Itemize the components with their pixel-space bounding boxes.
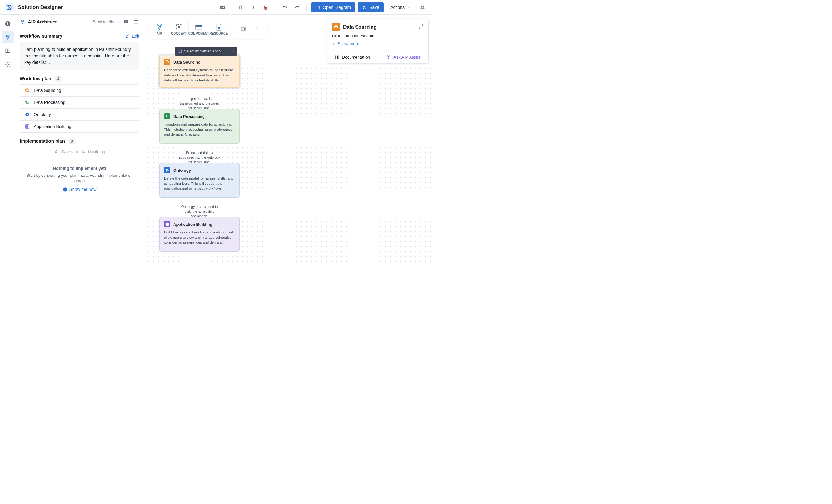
send-feedback-link[interactable]: Send feedback: [93, 20, 120, 24]
app-header: Solution Designer Open Diagram Save Acti…: [0, 0, 432, 15]
node-data-processing[interactable]: Data Processing Transform and prepare da…: [159, 109, 240, 144]
node-body: Build the nurse scheduling application. …: [164, 230, 235, 245]
tool-concept[interactable]: CONCEPT: [170, 21, 189, 37]
divider: [275, 4, 276, 11]
download-icon[interactable]: [249, 2, 259, 12]
show-more-link[interactable]: Show more: [327, 38, 428, 51]
component-icon: [195, 23, 203, 31]
rail-architect-icon[interactable]: [2, 31, 14, 43]
app-logo: [5, 3, 14, 12]
node-ontology[interactable]: Ontology Define the data model for nurse…: [159, 163, 240, 198]
sidebar-title: AIP Architect: [28, 19, 56, 24]
rail-settings-icon[interactable]: [2, 59, 14, 70]
svg-rect-35: [336, 56, 337, 59]
svg-rect-22: [241, 27, 245, 31]
documentation-link[interactable]: Documentation: [327, 51, 378, 63]
comment-icon[interactable]: [217, 2, 227, 12]
trash-icon[interactable]: [261, 2, 271, 12]
svg-point-5: [7, 64, 8, 65]
tool-group-select[interactable]: [236, 21, 251, 37]
svg-point-21: [218, 27, 220, 29]
tool-label: RESOURCE: [209, 32, 228, 35]
feedback-icon[interactable]: [123, 19, 129, 25]
tool-label: AIP: [157, 32, 162, 35]
outline-toggle-icon[interactable]: [132, 19, 139, 25]
node-title: Application Building: [173, 222, 212, 227]
svg-point-8: [127, 21, 127, 22]
toolbox: AIP CONCEPT COMPONENT RESOURCE: [148, 19, 267, 39]
plan-item-data-processing[interactable]: Data Processing: [20, 96, 139, 109]
sidebar-header: AIP Architect Send feedback: [16, 15, 144, 29]
impl-more-button[interactable]: [229, 47, 237, 56]
scaffold-icon: [178, 49, 182, 53]
edit-summary-link[interactable]: Edit: [126, 34, 139, 38]
data-sourcing-icon: [164, 59, 170, 65]
edge-arrow-icon: [198, 161, 201, 163]
resource-icon: [215, 23, 223, 31]
rail-info-icon[interactable]: [2, 18, 14, 30]
documentation-icon: [335, 55, 339, 59]
aip-icon: [155, 23, 163, 31]
impl-count-badge: 0: [69, 139, 75, 144]
show-me-how-link[interactable]: Show me how: [63, 187, 97, 192]
open-diagram-label: Open Diagram: [323, 5, 351, 10]
ask-aip-assist-link[interactable]: Ask AIP Assist: [378, 51, 428, 63]
app-building-icon: [164, 221, 170, 227]
plan-item-ontology[interactable]: Ontology: [20, 109, 139, 120]
book-icon[interactable]: [236, 2, 246, 12]
node-title: Data Processing: [173, 114, 205, 119]
node-data-sourcing[interactable]: Data Sourcing Connect to external system…: [159, 55, 240, 88]
keyboard-shortcut-icon[interactable]: [418, 2, 427, 12]
save-button[interactable]: Save: [358, 2, 384, 12]
app-title: Solution Designer: [18, 4, 63, 10]
tool-text[interactable]: T: [251, 21, 265, 37]
collapse-panel-icon[interactable]: [418, 24, 423, 30]
svg-rect-15: [65, 189, 65, 191]
svg-rect-3: [7, 23, 8, 25]
panel-title: Data Sourcing: [343, 24, 376, 30]
save-label: Save: [369, 5, 379, 10]
edit-label: Edit: [132, 34, 139, 38]
canvas[interactable]: AIP CONCEPT COMPONENT RESOURCE: [144, 15, 432, 262]
plan-item-data-sourcing[interactable]: Data Sourcing: [20, 85, 139, 96]
svg-point-34: [335, 25, 337, 27]
architect-icon: [20, 19, 25, 25]
group-select-icon: [240, 26, 247, 32]
rail-docs-icon[interactable]: [2, 45, 14, 57]
undo-icon[interactable]: [280, 2, 290, 12]
tool-label: CONCEPT: [171, 32, 187, 35]
node-app-building[interactable]: Application Building Build the nurse sch…: [159, 217, 240, 252]
plan-item-label: Data Sourcing: [34, 88, 61, 93]
app-building-icon: [24, 124, 30, 129]
svg-rect-33: [166, 224, 168, 225]
select-implementation-button[interactable]: Select implementation: [175, 49, 229, 53]
svg-rect-37: [338, 56, 339, 59]
svg-rect-20: [196, 25, 202, 26]
data-processing-icon: [164, 113, 170, 119]
empty-title: Nothing to implement yet!: [24, 166, 135, 171]
plan-item-label: Data Processing: [34, 100, 66, 105]
node-title: Ontology: [173, 168, 191, 173]
svg-rect-36: [337, 56, 338, 59]
open-diagram-button[interactable]: Open Diagram: [311, 2, 355, 12]
svg-point-16: [65, 188, 66, 189]
tool-aip[interactable]: AIP: [150, 21, 169, 37]
edge-arrow-icon: [198, 215, 201, 217]
save-start-building-button[interactable]: Save and start building: [20, 146, 139, 157]
svg-point-30: [166, 115, 167, 117]
details-panel: Data Sourcing Collect and ingest data Sh…: [327, 19, 428, 63]
plan-item-app-building[interactable]: Application Building: [20, 120, 139, 132]
svg-point-18: [178, 26, 180, 28]
tool-resource[interactable]: RESOURCE: [209, 21, 228, 37]
more-icon: [231, 49, 235, 53]
svg-rect-1: [220, 5, 225, 8]
data-sourcing-icon: [24, 88, 30, 93]
plan-count-badge: 4: [55, 76, 61, 82]
redo-icon[interactable]: [292, 2, 302, 12]
node-body: Define the data model for nurses, shifts…: [164, 176, 235, 191]
plan-item-label: Application Building: [34, 124, 71, 129]
impl-pill-label: Select implementation: [184, 49, 220, 53]
actions-dropdown[interactable]: Actions: [386, 2, 415, 12]
workflow-plan-list: Data Sourcing Data Processing Ontology: [20, 84, 139, 133]
tool-component[interactable]: COMPONENT: [189, 21, 208, 37]
